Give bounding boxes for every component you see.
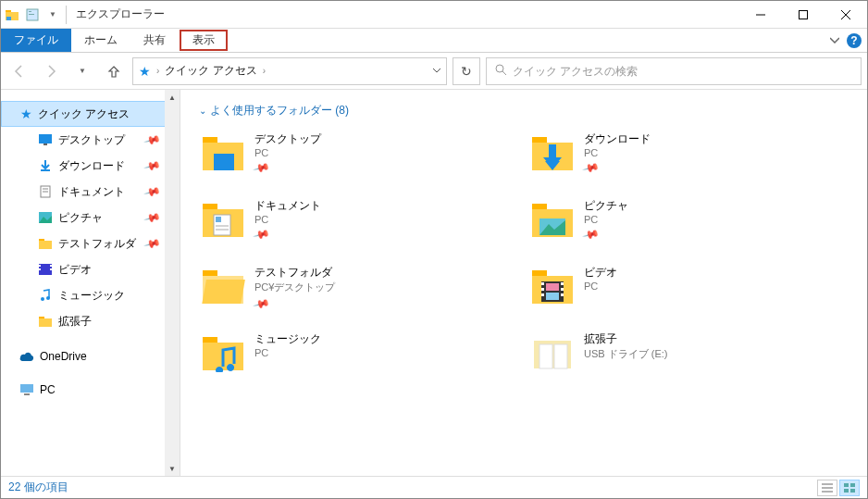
folder-item-music[interactable]: ミュージックPC <box>199 330 519 378</box>
sidebar-item-testfolder[interactable]: テストフォルダ 📌 <box>1 231 180 256</box>
folder-icon <box>199 263 247 311</box>
svg-rect-5 <box>29 14 34 15</box>
section-header-frequent[interactable]: ⌄ よく使用するフォルダー (8) <box>199 103 849 119</box>
sidebar-item-label: ビデオ <box>58 262 92 278</box>
search-input[interactable] <box>513 65 853 78</box>
document-icon <box>38 184 53 199</box>
folder-name: ダウンロード <box>584 131 651 147</box>
svg-rect-25 <box>50 265 52 267</box>
back-button[interactable] <box>6 58 32 84</box>
svg-rect-35 <box>214 154 234 170</box>
svg-rect-67 <box>539 344 552 368</box>
sidebar-item-quick-access[interactable]: ★ クイック アクセス <box>1 101 180 127</box>
sidebar-item-desktop[interactable]: デスクトップ 📌 <box>1 127 180 153</box>
refresh-button[interactable]: ↻ <box>453 57 480 85</box>
svg-rect-21 <box>39 241 52 249</box>
svg-point-27 <box>41 297 44 301</box>
svg-rect-75 <box>850 489 855 493</box>
folder-item-pictures[interactable]: ピクチャPC📌 <box>528 196 849 244</box>
sidebar-item-label: OneDrive <box>40 350 87 363</box>
svg-rect-59 <box>561 282 564 285</box>
svg-rect-13 <box>43 143 47 145</box>
sidebar-item-downloads[interactable]: ダウンロード 📌 <box>1 153 180 179</box>
svg-rect-58 <box>541 293 544 296</box>
help-icon[interactable]: ? <box>847 33 862 48</box>
download-icon <box>38 158 53 173</box>
view-large-icons-button[interactable] <box>839 480 860 496</box>
svg-rect-4 <box>29 11 31 12</box>
folder-text: デスクトップPC📌 <box>254 130 321 174</box>
qat-properties-icon[interactable] <box>23 6 42 24</box>
address-dropdown-icon[interactable] <box>433 66 440 76</box>
svg-rect-72 <box>844 483 849 487</box>
sidebar-item-extension[interactable]: 拡張子 <box>1 308 180 334</box>
forward-button[interactable] <box>38 58 64 84</box>
folder-icon <box>528 130 577 178</box>
address-bar[interactable]: ★ › クイック アクセス › <box>132 57 447 85</box>
folder-text: ビデオPC <box>584 263 617 292</box>
minimize-button[interactable] <box>739 1 782 29</box>
close-button[interactable] <box>825 1 867 29</box>
search-box[interactable] <box>486 57 862 85</box>
folder-item-desktop[interactable]: デスクトップPC📌 <box>199 130 519 178</box>
sidebar-item-videos[interactable]: ビデオ <box>1 256 180 282</box>
titlebar-separator <box>66 6 67 24</box>
sidebar-item-pictures[interactable]: ピクチャ 📌 <box>1 205 180 231</box>
pin-icon: 📌 <box>143 182 162 201</box>
sidebar-item-onedrive[interactable]: OneDrive <box>1 343 180 369</box>
sidebar-item-label: デスクトップ <box>58 132 125 148</box>
svg-rect-31 <box>20 384 33 393</box>
pin-icon: 📌 <box>143 156 162 175</box>
folder-location: PC <box>584 147 651 158</box>
svg-rect-74 <box>844 489 849 493</box>
video-icon <box>38 262 53 277</box>
tab-view[interactable]: 表示 <box>180 30 228 51</box>
breadcrumb-chevron-icon[interactable]: › <box>263 66 266 76</box>
folder-icon <box>528 263 577 311</box>
folder-item-documents[interactable]: ドキュメントPC📌 <box>199 196 519 244</box>
svg-rect-32 <box>24 393 30 395</box>
folder-item-extension[interactable]: 拡張子USB ドライブ (E:) <box>528 330 849 378</box>
desktop-icon <box>38 132 53 147</box>
sidebar-item-music[interactable]: ミュージック <box>1 282 180 308</box>
quick-access-star-icon: ★ <box>139 64 151 79</box>
svg-rect-57 <box>541 288 544 291</box>
maximize-button[interactable] <box>782 1 825 29</box>
tab-file[interactable]: ファイル <box>1 29 71 52</box>
onedrive-icon <box>19 349 34 364</box>
sidebar-item-label: ドキュメント <box>58 184 125 200</box>
folder-location: PC <box>584 214 628 225</box>
window-title: エクスプローラー <box>70 6 165 22</box>
view-details-button[interactable] <box>817 480 837 496</box>
svg-rect-52 <box>202 280 245 304</box>
status-bar: 22 個の項目 <box>1 476 867 498</box>
tab-share[interactable]: 共有 <box>130 29 179 52</box>
folder-text: 拡張子USB ドライブ (E:) <box>584 330 667 361</box>
folder-icon <box>38 314 53 329</box>
tab-home[interactable]: ホーム <box>71 29 130 52</box>
sidebar-item-label: ピクチャ <box>58 210 103 226</box>
folder-location: PC <box>584 281 617 292</box>
folder-item-videos[interactable]: ビデオPC <box>528 263 849 311</box>
sidebar-scrollbar[interactable]: ▲ ▼ <box>165 90 180 476</box>
folder-item-testfolder[interactable]: テストフォルダPC¥デスクトップ📌 <box>199 263 519 311</box>
quick-access-toolbar: ▼ <box>1 6 62 24</box>
svg-rect-12 <box>39 134 52 143</box>
pin-icon: 📌 <box>253 225 271 243</box>
breadcrumb-root[interactable]: クイック アクセス <box>165 63 256 79</box>
scroll-down-icon[interactable]: ▼ <box>165 461 180 476</box>
folder-name: ビデオ <box>584 265 617 281</box>
breadcrumb-chevron-icon[interactable]: › <box>156 66 159 76</box>
qat-dropdown-icon[interactable]: ▼ <box>43 6 62 24</box>
recent-locations-icon[interactable]: ▼ <box>69 58 95 84</box>
pin-icon: 📌 <box>253 158 271 177</box>
folder-icon <box>38 236 53 251</box>
sidebar-item-documents[interactable]: ドキュメント 📌 <box>1 179 180 205</box>
ribbon-collapse-icon[interactable] <box>830 34 839 47</box>
folder-item-downloads[interactable]: ダウンロードPC📌 <box>528 130 849 178</box>
up-button[interactable] <box>101 58 127 84</box>
sidebar-item-pc[interactable]: PC <box>1 377 180 403</box>
svg-rect-43 <box>216 217 221 222</box>
scroll-up-icon[interactable]: ▲ <box>165 90 180 105</box>
folder-icon <box>199 330 247 378</box>
